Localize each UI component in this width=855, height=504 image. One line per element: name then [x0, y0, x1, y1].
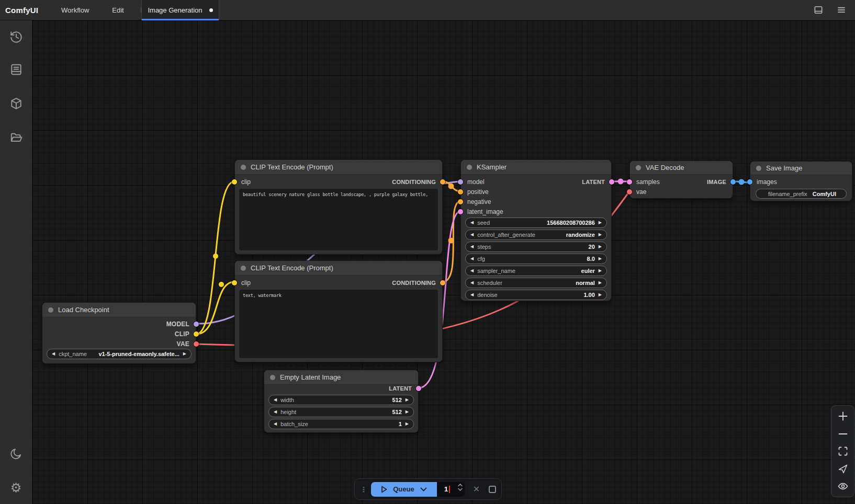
- node-graph-canvas[interactable]: Load Checkpoint MODEL CLIP VAE ◀ ckpt_na…: [32, 20, 855, 504]
- zoom-out-button[interactable]: [837, 428, 849, 440]
- combo-prev-icon[interactable]: ◀: [52, 352, 55, 356]
- widget-scheduler[interactable]: ◀ scheduler normal ▶: [465, 278, 607, 288]
- toggle-panel-icon[interactable]: [813, 5, 824, 15]
- output-port-latent[interactable]: [609, 179, 614, 185]
- increment-icon[interactable]: ▶: [599, 293, 602, 297]
- increment-icon[interactable]: ▶: [599, 281, 602, 285]
- node-titlebar[interactable]: Save Image: [750, 162, 852, 175]
- node-clip-text-encode-negative[interactable]: CLIP Text Encode (Prompt) clip CONDITION…: [234, 260, 443, 362]
- input-port-vae[interactable]: [627, 189, 632, 194]
- widget-height[interactable]: ◀ height 512 ▶: [268, 407, 414, 417]
- model-library-icon[interactable]: [9, 131, 23, 144]
- decrement-icon[interactable]: ◀: [470, 221, 474, 225]
- input-port-model[interactable]: [458, 179, 463, 185]
- increment-icon[interactable]: ▶: [599, 257, 602, 261]
- widget-width[interactable]: ◀ width 512 ▶: [268, 395, 414, 405]
- output-port-latent[interactable]: [416, 386, 421, 391]
- menu-edit[interactable]: Edit: [112, 6, 123, 14]
- input-port-latent-image[interactable]: [458, 209, 463, 214]
- prompt-textarea[interactable]: text, watermark: [239, 290, 438, 358]
- step-up-icon[interactable]: [458, 484, 463, 487]
- output-port-conditioning[interactable]: [440, 179, 445, 185]
- input-port-negative[interactable]: [458, 199, 463, 204]
- node-clip-text-encode-positive[interactable]: CLIP Text Encode (Prompt) clip CONDITION…: [234, 159, 443, 255]
- decrement-icon[interactable]: ◀: [274, 410, 277, 414]
- clear-queue-icon[interactable]: ✕: [473, 485, 480, 494]
- menu-workflow[interactable]: Workflow: [61, 6, 89, 14]
- node-empty-latent-image[interactable]: Empty Latent Image LATENT ◀ width 512 ▶ …: [264, 370, 419, 433]
- output-port-model[interactable]: [194, 322, 199, 327]
- decrement-icon[interactable]: ◀: [470, 269, 474, 273]
- output-port-clip[interactable]: [194, 331, 199, 337]
- decrement-icon[interactable]: ◀: [470, 293, 474, 297]
- widget-sampler-name[interactable]: ◀ sampler_name euler ▶: [465, 266, 607, 276]
- tab-image-generation[interactable]: Image Generation: [141, 0, 219, 20]
- node-library-icon[interactable]: [9, 97, 23, 110]
- pan-mode-icon[interactable]: [837, 463, 849, 475]
- increment-icon[interactable]: ▶: [406, 410, 409, 414]
- node-save-image[interactable]: Save Image images filename_prefix ComfyU…: [750, 161, 852, 201]
- node-titlebar[interactable]: Load Checkpoint: [42, 303, 196, 317]
- widget-seed[interactable]: ◀ seed 156680208700286 ▶: [465, 217, 607, 228]
- workflow-history-icon[interactable]: [9, 30, 23, 44]
- menubar: ComfyUI Workflow Edit Help Image Generat…: [0, 0, 855, 20]
- settings-icon[interactable]: ⚙: [9, 481, 23, 495]
- input-port-images[interactable]: [747, 179, 752, 185]
- collapse-dot-icon[interactable]: [636, 165, 641, 170]
- increment-icon[interactable]: ▶: [599, 245, 602, 249]
- widget-cfg[interactable]: ◀ cfg 8.0 ▶: [465, 254, 607, 264]
- node-vae-decode[interactable]: VAE Decode samples IMAGE vae: [629, 161, 733, 199]
- decrement-icon[interactable]: ◀: [470, 245, 474, 249]
- widget-steps[interactable]: ◀ steps 20 ▶: [465, 242, 607, 252]
- increment-icon[interactable]: ▶: [599, 269, 602, 273]
- decrement-icon[interactable]: ◀: [470, 281, 474, 285]
- increment-icon[interactable]: ▶: [599, 233, 602, 237]
- increment-icon[interactable]: ▶: [406, 398, 409, 402]
- node-titlebar[interactable]: Empty Latent Image: [264, 370, 418, 385]
- node-titlebar[interactable]: KSampler: [461, 160, 611, 175]
- output-port-image[interactable]: [730, 179, 736, 185]
- collapse-dot-icon[interactable]: [241, 266, 246, 271]
- prompt-textarea[interactable]: beautiful scenery nature glass bottle la…: [239, 189, 438, 250]
- collapse-dot-icon[interactable]: [270, 375, 275, 380]
- input-port-samples[interactable]: [627, 179, 632, 185]
- node-titlebar[interactable]: CLIP Text Encode (Prompt): [235, 160, 442, 175]
- increment-icon[interactable]: ▶: [406, 422, 409, 426]
- widget-filename-prefix[interactable]: filename_prefix ComfyUI: [756, 189, 847, 199]
- queue-icon[interactable]: [9, 63, 23, 76]
- collapse-dot-icon[interactable]: [48, 307, 53, 313]
- decrement-icon[interactable]: ◀: [470, 257, 474, 261]
- step-down-icon[interactable]: [458, 488, 463, 491]
- zoom-in-button[interactable]: [837, 410, 849, 422]
- hamburger-menu-icon[interactable]: [836, 5, 847, 15]
- collapse-dot-icon[interactable]: [756, 166, 761, 171]
- collapse-dot-icon[interactable]: [241, 165, 246, 170]
- drag-handle-icon[interactable]: ⋮: [360, 486, 367, 493]
- decrement-icon[interactable]: ◀: [274, 422, 277, 426]
- theme-toggle-icon[interactable]: [9, 447, 23, 461]
- input-port-positive[interactable]: [458, 189, 463, 194]
- collapse-dot-icon[interactable]: [467, 165, 472, 170]
- output-port-vae[interactable]: [194, 341, 199, 347]
- output-port-conditioning[interactable]: [440, 280, 445, 285]
- node-titlebar[interactable]: CLIP Text Encode (Prompt): [235, 261, 442, 276]
- node-ksampler[interactable]: KSampler model LATENT positive negative …: [460, 159, 612, 301]
- widget-batch-size[interactable]: ◀ batch_size 1 ▶: [268, 419, 414, 429]
- queue-button[interactable]: Queue: [371, 482, 437, 497]
- stop-icon[interactable]: [489, 486, 496, 493]
- fit-view-button[interactable]: [837, 445, 849, 457]
- widget-denoise[interactable]: ◀ denoise 1.00 ▶: [465, 290, 607, 300]
- widget-ckpt-name[interactable]: ◀ ckpt_name v1-5-pruned-emaonly.safete..…: [47, 349, 192, 359]
- input-port-clip[interactable]: [232, 280, 237, 285]
- chevron-down-icon[interactable]: [420, 487, 427, 491]
- node-titlebar[interactable]: VAE Decode: [630, 161, 733, 175]
- decrement-icon[interactable]: ◀: [274, 398, 277, 402]
- decrement-icon[interactable]: ◀: [470, 233, 474, 237]
- batch-count-input[interactable]: 1: [437, 482, 465, 497]
- input-port-clip[interactable]: [232, 179, 237, 185]
- widget-control-after-generate[interactable]: ◀ control_after_generate randomize ▶: [465, 230, 607, 240]
- node-load-checkpoint[interactable]: Load Checkpoint MODEL CLIP VAE ◀ ckpt_na…: [42, 302, 196, 364]
- toggle-link-visibility-icon[interactable]: [837, 480, 849, 492]
- increment-icon[interactable]: ▶: [599, 221, 602, 225]
- combo-next-icon[interactable]: ▶: [183, 352, 186, 356]
